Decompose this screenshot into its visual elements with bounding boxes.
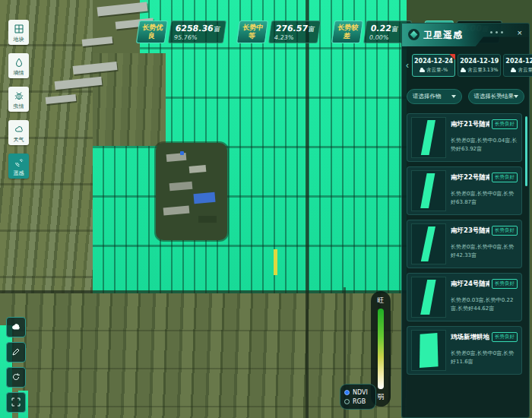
sidebar-item-label: 天气 [14,138,24,144]
legend-bottom-label: 弱 [378,392,385,402]
sidebar-item-label: 墒情 [14,71,24,77]
chevron-down-icon [514,95,518,98]
diamond-icon [408,29,420,40]
field-card-2[interactable]: 南圩22号随南 长势良好 长势差0亩,长势中0亩,长势好63.87亩 [407,166,522,215]
expand-icon [11,395,21,410]
field-card-5[interactable]: 鸡场新增耕地西 长势良好 长势差0亩,长势中0亩,长势好11.6亩 [407,326,522,375]
refresh-button[interactable] [6,367,26,388]
satellite-icon [14,156,24,170]
village-area [156,143,227,240]
stat-unit: 亩 [214,26,220,33]
satellite-remote-sensing-panel: 卫星遥感 × ‹ 2024-12-24 含云量-% 2024-12-19 含云量… [401,23,530,418]
field-description: 长势差0亩,长势中0.04亩,长势好63.92亩 [451,137,518,153]
field-title: 南圩24号随南 [451,280,489,289]
ndvi-label: NDVI [353,389,368,396]
growth-status-badge: 长势良好 [492,226,518,236]
field-description: 长势差0.03亩,长势中0.22亩,长势好44.62亩 [451,296,518,312]
stat-label: 长势中等 [236,21,268,43]
field-thumbnail [411,277,446,318]
fullscreen-button[interactable] [6,392,26,413]
road [306,0,309,418]
crop-select-dropdown[interactable]: 请选择作物 [407,89,462,104]
date-tab-2[interactable]: 2024-12-19 含云量3.13% [458,54,501,77]
stat-unit: 亩 [308,26,315,33]
stat-label: 长势较差 [331,21,363,43]
field-title: 南圩22号随南 [451,173,489,182]
field-thumbnail [411,117,446,158]
sidebar-item-remote-sensing[interactable]: 遥感 [8,154,29,179]
road [0,290,407,293]
blue-marker [180,151,184,155]
stat-unit: 亩 [391,26,398,33]
cloud-percent: 含云量3.13% [467,67,498,74]
cloud-percent: 含云量-% [426,67,448,74]
chevron-down-icon [451,95,456,98]
scrollbar[interactable] [525,116,527,186]
growth-select-dropdown[interactable]: 请选择长势结果 [468,89,525,104]
sidebar-item-label: 虫情 [14,104,24,110]
stat-percent: 0.00% [369,34,404,41]
date-label: 2024-12-24 [414,58,453,65]
refresh-icon [11,370,21,385]
pen-icon [11,345,21,359]
growth-status-badge: 长势良好 [492,279,518,289]
stat-percent: 4.23% [274,34,314,41]
field-list: 南圩21号随南 长势良好 长势差0亩,长势中0.04亩,长势好63.92亩 南圩… [407,113,522,414]
cloud-icon [420,69,425,72]
close-button[interactable]: × [516,27,524,39]
sidebar-item-pests[interactable]: 虫情 [8,87,29,112]
bug-icon [14,89,24,103]
draw-button[interactable] [6,342,26,363]
field-grid-icon [14,22,24,36]
date-tab-1[interactable]: 2024-12-24 含云量-% [412,54,455,77]
stat-value: 6258.36亩 95.76% [168,21,226,43]
layer-toggle: NDVI RGB [340,384,376,410]
crop-select-label: 请选择作物 [413,93,442,100]
date-label: 2024-12-19 [460,58,499,65]
legend-top-label: 旺 [378,296,385,306]
sidebar-item-plots[interactable]: 地块 [8,20,29,45]
ndvi-gradient-bar [378,309,384,389]
stat-poor: 长势较差 0.22亩 0.00% [333,21,410,43]
cloud-percent: 含云量-% [518,67,532,74]
panel-header [402,24,529,46]
growth-status-badge: 长势良好 [492,332,518,342]
field-thumbnail [411,170,446,211]
cloud-icon [511,69,516,72]
stat-value: 276.57亩 4.23% [268,21,321,43]
prev-date-button[interactable]: ‹ [405,60,410,71]
stat-label: 长势优良 [136,21,168,43]
radio-unselected-icon [344,399,350,404]
field-thumbnail [411,330,446,371]
date-tab-3[interactable]: 2024-12-14 含云量-% [503,54,532,77]
sidebar-item-label: 地块 [14,37,24,43]
sidebar-item-soil-moisture[interactable]: 墒情 [8,53,29,78]
date-label: 2024-12-14 [505,58,532,65]
panel-title: 卫星遥感 [423,29,463,42]
date-tabs: ‹ 2024-12-24 含云量-% 2024-12-19 含云量3.13% 2… [405,54,526,77]
field-description: 长势差0亩,长势中0亩,长势好63.87亩 [451,190,518,206]
rgb-radio-option[interactable]: RGB [344,397,372,406]
stat-number: 276.57 [275,24,309,33]
field-description: 长势差0亩,长势中0亩,长势好11.6亩 [451,350,518,366]
cloud-layer-button[interactable] [6,317,26,337]
ndvi-radio-option[interactable]: NDVI [344,388,372,397]
field-card-1[interactable]: 南圩21号随南 长势良好 长势差0亩,长势中0.04亩,长势好63.92亩 [407,113,522,162]
yellow-field-patch [274,249,277,275]
field-thumbnail [411,223,446,264]
blue-roof-building [193,192,215,204]
radio-selected-icon [344,390,350,395]
cloud-icon [461,69,466,72]
growth-select-label: 请选择长势结果 [474,93,515,100]
growth-status-badge: 长势良好 [492,119,518,129]
stat-medium: 长势中等 276.57亩 4.23% [238,21,319,43]
rgb-label: RGB [353,398,366,405]
field-card-4[interactable]: 南圩24号随南 长势良好 长势差0.03亩,长势中0.22亩,长势好44.62亩 [407,273,522,321]
field-title: 南圩23号随南 [451,226,489,236]
field-card-3[interactable]: 南圩23号随南 长势良好 长势差0亩,长势中0亩,长势好42.33亩 [407,220,522,268]
filter-row: 请选择作物 请选择长势结果 [407,89,524,104]
field-description: 长势差0亩,长势中0亩,长势好42.33亩 [451,243,518,259]
sidebar-item-label: 遥感 [14,171,24,177]
sidebar-item-weather[interactable]: 天气 [8,120,29,145]
field-title: 鸡场新增耕地西 [451,333,489,342]
